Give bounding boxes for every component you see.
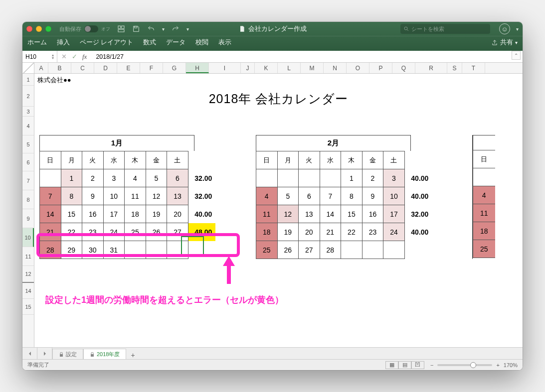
cell-grid[interactable]: 株式会社●● 2018年 会社カレンダー 1月 日月火水木金土 1234 bbox=[34, 74, 523, 347]
chevron-down-icon[interactable]: ▾ bbox=[162, 26, 165, 32]
view-normal-icon[interactable]: ▦ bbox=[385, 361, 398, 369]
tab-review[interactable]: 校閲 bbox=[195, 38, 208, 47]
formula-bar: H10 ▴▾ ✕ ✓ fx 2018/1/27 bbox=[22, 51, 523, 63]
status-bar: 準備完了 ▦ ▤ 凹 − + 170% bbox=[22, 359, 523, 370]
tab-data[interactable]: データ bbox=[166, 38, 185, 47]
annotation-arrow-icon bbox=[222, 256, 236, 286]
quick-access-toolbar: ▾ ▾ bbox=[117, 25, 189, 33]
user-icon[interactable]: ☺ bbox=[499, 23, 510, 34]
status-ready: 準備完了 bbox=[27, 361, 49, 369]
svg-rect-3 bbox=[135, 26, 137, 28]
window-controls[interactable] bbox=[26, 26, 51, 32]
switch-icon[interactable] bbox=[84, 25, 98, 32]
view-switcher[interactable]: ▦ ▤ 凹 bbox=[385, 361, 424, 369]
minimize-icon[interactable] bbox=[36, 26, 42, 32]
autosave-toggle[interactable]: 自動保存 オフ bbox=[59, 25, 110, 33]
autosave-label: 自動保存 bbox=[59, 25, 81, 33]
tab-formulas[interactable]: 数式 bbox=[143, 38, 156, 47]
svg-rect-0 bbox=[118, 26, 121, 28]
chevron-down-icon[interactable]: ▾ bbox=[186, 26, 189, 32]
document-title: 会社カレンダー作成 bbox=[238, 24, 307, 33]
tab-insert[interactable]: 挿入 bbox=[57, 38, 70, 47]
collapse-ribbon-icon[interactable]: ⌃ bbox=[512, 51, 521, 60]
fx-icon[interactable]: fx bbox=[82, 53, 87, 61]
tab-view[interactable]: 表示 bbox=[218, 38, 231, 47]
enter-icon[interactable]: ✓ bbox=[72, 53, 77, 60]
redo-icon[interactable] bbox=[172, 25, 180, 33]
sheet-tabs-bar: 設定 2018年度 + bbox=[22, 347, 523, 359]
row-headers[interactable]: 1 2 3 4 5 6 7 8 9 10 11 12 14 15 bbox=[22, 74, 34, 347]
svg-rect-2 bbox=[118, 29, 124, 32]
zoom-level[interactable]: 170% bbox=[504, 362, 518, 368]
zoom-out-button[interactable]: − bbox=[430, 362, 433, 368]
add-sheet-button[interactable]: + bbox=[126, 351, 139, 359]
lock-icon bbox=[59, 352, 64, 357]
formula-input[interactable]: 2018/1/27 bbox=[91, 53, 523, 60]
share-icon bbox=[491, 39, 498, 46]
calendar-title: 2018年 会社カレンダー bbox=[34, 85, 523, 109]
app-window: 自動保存 オフ ▾ ▾ 会社カレンダー作成 シートを検索 ☺ ▾ bbox=[22, 22, 523, 370]
ribbon-tabs: ホーム 挿入 ページ レイアウト 数式 データ 校閲 表示 共有 ▾ bbox=[22, 36, 523, 49]
svg-point-4 bbox=[404, 27, 407, 30]
autosave-state: オフ bbox=[101, 26, 110, 32]
fullscreen-icon[interactable] bbox=[45, 26, 51, 32]
search-icon bbox=[403, 26, 409, 32]
svg-rect-1 bbox=[122, 26, 124, 28]
company-name: 株式会社●● bbox=[34, 74, 523, 85]
document-icon bbox=[238, 25, 245, 32]
chevron-down-icon[interactable]: ▾ bbox=[516, 26, 519, 32]
tab-pagelayout[interactable]: ページ レイアウト bbox=[80, 38, 133, 47]
close-icon[interactable] bbox=[26, 26, 32, 32]
zoom-slider[interactable] bbox=[437, 364, 492, 366]
month-january: 1月 日月火水木金土 12345632.00 7891011121332.00 bbox=[39, 135, 216, 259]
column-headers[interactable]: A B C D E F G H I J K L M N O P Q R S T bbox=[22, 63, 523, 74]
tab-scroll-left[interactable] bbox=[22, 348, 37, 359]
undo-icon[interactable] bbox=[147, 25, 155, 33]
hours-error-cell: 48.00 bbox=[188, 223, 215, 241]
titlebar: 自動保存 オフ ▾ ▾ 会社カレンダー作成 シートを検索 ☺ ▾ bbox=[22, 22, 523, 51]
lock-icon bbox=[90, 352, 95, 357]
svg-rect-5 bbox=[60, 354, 63, 357]
zoom-in-button[interactable]: + bbox=[496, 362, 499, 368]
zoom-control[interactable]: − + 170% bbox=[430, 362, 518, 368]
svg-rect-6 bbox=[91, 354, 94, 357]
view-pagebreak-icon[interactable]: 凹 bbox=[411, 361, 424, 369]
sheet-tab-settings[interactable]: 設定 bbox=[52, 349, 83, 360]
save-icon[interactable] bbox=[132, 25, 140, 33]
tab-scroll-right[interactable] bbox=[37, 348, 52, 359]
tab-home[interactable]: ホーム bbox=[27, 38, 47, 47]
cancel-icon[interactable]: ✕ bbox=[61, 53, 67, 60]
month-february: 2月 日月火水木金土 12340.00 4567891040.00 bbox=[256, 135, 432, 259]
view-pagelayout-icon[interactable]: ▤ bbox=[398, 361, 411, 369]
select-all-corner[interactable] bbox=[22, 63, 34, 73]
share-button[interactable]: 共有 ▾ bbox=[491, 38, 518, 47]
month-march-partial: 日 4 11 18 25 bbox=[472, 135, 495, 259]
name-box[interactable]: H10 ▴▾ bbox=[22, 51, 57, 62]
annotation-text: 設定した1週間の労働時間を超えるとエラー（セルが黄色） bbox=[45, 294, 284, 306]
sheet-tab-2018[interactable]: 2018年度 bbox=[83, 349, 126, 360]
search-input[interactable]: シートを検索 bbox=[400, 24, 490, 34]
home-icon[interactable] bbox=[117, 25, 125, 33]
